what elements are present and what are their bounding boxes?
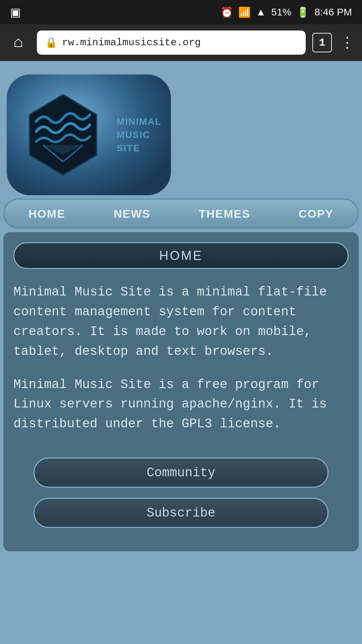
tab-count: 1	[319, 37, 325, 49]
url-text: rw.minimalmusicsite.org	[62, 37, 201, 48]
paragraph-1: Minimal Music Site is a minimal flat-fil…	[13, 282, 349, 362]
site-logo: MINIMAL MUSIC SITE	[7, 74, 171, 195]
button-area: Community Subscribe	[13, 447, 349, 541]
nav-themes[interactable]: THEMES	[189, 204, 260, 224]
alarm-icon: ⏰	[221, 6, 233, 18]
browser-home-button[interactable]: ⌂	[7, 34, 30, 52]
content-body: Minimal Music Site is a minimal flat-fil…	[13, 282, 349, 434]
battery-percent: 51%	[271, 6, 291, 18]
menu-dots-icon: ⋮	[340, 35, 354, 52]
signal-icon: ▲	[256, 6, 266, 18]
svg-marker-0	[29, 95, 97, 175]
header-area: MINIMAL MUSIC SITE	[0, 61, 362, 199]
nav-news[interactable]: NEWS	[104, 204, 161, 224]
browser-bar: ⌂ 🔒 rw.minimalmusicsite.org 1 ⋮	[0, 24, 362, 61]
status-bar: ▣ ⏰ 📶 ▲ 51% 🔋 8:46 PM	[0, 0, 362, 24]
content-title: HOME	[159, 249, 203, 263]
nav-copy[interactable]: COPY	[289, 204, 344, 224]
clock: 8:46 PM	[314, 6, 352, 18]
lock-icon: 🔒	[45, 37, 57, 49]
subscribe-button-label: Subscribe	[146, 506, 215, 520]
logo-text: MINIMAL MUSIC SITE	[117, 115, 162, 155]
content-title-bar: HOME	[13, 242, 349, 269]
subscribe-button[interactable]: Subscribe	[34, 498, 328, 528]
browser-menu-button[interactable]: ⋮	[339, 34, 355, 52]
battery-icon: 🔋	[297, 6, 309, 18]
community-button[interactable]: Community	[34, 458, 328, 488]
logo-graphic	[16, 88, 110, 182]
cassette-icon: ▣	[10, 5, 21, 19]
wifi-icon: 📶	[238, 6, 251, 18]
home-icon: ⌂	[14, 34, 23, 52]
main-content: HOME Minimal Music Site is a minimal fla…	[3, 232, 359, 551]
browser-url-bar[interactable]: 🔒 rw.minimalmusicsite.org	[37, 31, 306, 55]
browser-tab-button[interactable]: 1	[312, 33, 332, 52]
paragraph-2: Minimal Music Site is a free program for…	[13, 375, 349, 434]
community-button-label: Community	[146, 466, 215, 480]
nav-home[interactable]: HOME	[18, 204, 75, 224]
nav-bar: HOME NEWS THEMES COPY	[3, 199, 359, 229]
